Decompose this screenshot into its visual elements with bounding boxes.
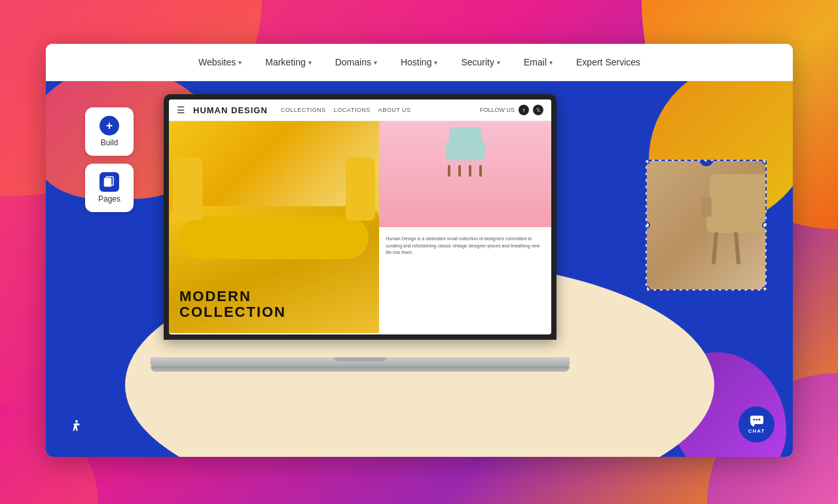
mini-description-text: Human Design is a dedicated small collec…	[386, 236, 539, 255]
mini-site-navbar: ☰ HUMAN DESIGN COLLECTIONS LOCATIONS ABO…	[169, 99, 551, 121]
mini-nav-locations: LOCATIONS	[334, 107, 371, 113]
hamburger-icon: ☰	[177, 105, 185, 115]
pages-icon	[100, 172, 119, 192]
mini-nav-collections: COLLECTIONS	[281, 107, 326, 113]
accessibility-button[interactable]	[64, 414, 89, 439]
chair-leg-1	[448, 165, 450, 177]
chair-leg-4	[479, 165, 482, 177]
build-label: Build	[101, 138, 118, 147]
mini-hero-right: Human Design is a dedicated small collec…	[379, 121, 551, 333]
laptop-screen-inner: ☰ HUMAN DESIGN COLLECTIONS LOCATIONS ABO…	[169, 99, 551, 334]
twitter-icon: 𝕏	[533, 105, 543, 115]
facebook-icon: f	[519, 105, 529, 115]
hero-text-overlay: MODERN COLLECTION	[179, 289, 286, 320]
hero-title-line2: COLLECTION	[179, 304, 286, 320]
laptop-hinge	[151, 367, 570, 372]
nav-item-expert-services[interactable]: Expert Services	[564, 44, 652, 81]
mini-hero: MODERN COLLECTION	[169, 121, 551, 333]
floating-chair-image	[647, 161, 765, 289]
drag-handle-midright[interactable]	[762, 222, 767, 228]
navbar: Websites ▾ Marketing ▾ Domains ▾ Hosting…	[46, 44, 793, 81]
mini-brand: HUMAN DESIGN	[193, 105, 268, 115]
chair-seat	[446, 141, 485, 160]
nav-item-domains[interactable]: Domains ▾	[323, 44, 389, 81]
svg-point-4	[753, 419, 755, 421]
floating-chair-widget[interactable]: +	[646, 160, 767, 291]
drag-handle-bottomright[interactable]	[762, 286, 767, 291]
fchair-legs	[713, 232, 739, 264]
mini-description: Human Design is a dedicated small collec…	[379, 227, 551, 333]
follow-label: FOLLOW US	[480, 107, 515, 113]
drag-handle-topright[interactable]	[762, 160, 767, 164]
svg-point-5	[756, 419, 757, 421]
chair-leg-2	[458, 165, 461, 177]
chat-button[interactable]: CHAT	[738, 406, 774, 442]
accessibility-icon	[69, 419, 84, 433]
hero-title-line1: MODERN	[179, 289, 286, 304]
nav-item-websites[interactable]: Websites ▾	[187, 44, 253, 81]
chair-top-image	[443, 128, 488, 167]
nav-label-email: Email	[524, 57, 547, 67]
fchair-seat	[706, 200, 766, 233]
chevron-down-icon: ▾	[374, 59, 377, 66]
chair-legs	[448, 165, 482, 177]
chevron-down-icon: ▾	[238, 59, 242, 66]
nav-label-hosting: Hosting	[401, 57, 431, 67]
chevron-down-icon: ▾	[549, 59, 553, 66]
laptop-screen: ☰ HUMAN DESIGN COLLECTIONS LOCATIONS ABO…	[164, 94, 556, 340]
svg-point-2	[75, 420, 78, 423]
mini-follow: FOLLOW US f 𝕏	[480, 105, 543, 115]
nav-item-marketing[interactable]: Marketing ▾	[253, 44, 323, 81]
chevron-down-icon: ▾	[434, 59, 437, 66]
fchair-leg-1	[711, 232, 718, 264]
nav-label-websites: Websites	[198, 57, 236, 67]
laptop-mockup: ☰ HUMAN DESIGN COLLECTIONS LOCATIONS ABO…	[151, 94, 570, 376]
chevron-down-icon: ▾	[497, 59, 500, 66]
pages-button[interactable]: Pages	[85, 164, 134, 212]
mini-nav-links: COLLECTIONS LOCATIONS ABOUT US	[281, 107, 411, 113]
nav-item-email[interactable]: Email ▾	[512, 44, 564, 81]
pages-label: Pages	[98, 194, 120, 204]
drag-handle-bottomleft[interactable]	[646, 286, 650, 291]
laptop-base	[151, 357, 570, 376]
chevron-down-icon: ▾	[308, 59, 312, 66]
chat-icon	[750, 415, 764, 427]
mini-nav-about: ABOUT US	[378, 107, 411, 113]
svg-point-6	[758, 419, 760, 421]
chair-pink-image	[379, 121, 551, 227]
laptop-notch	[334, 357, 386, 361]
nav-label-marketing: Marketing	[265, 57, 305, 67]
mini-hero-left: MODERN COLLECTION	[169, 121, 379, 333]
chair-leg-3	[469, 165, 471, 177]
nav-label-expert-services: Expert Services	[576, 57, 640, 67]
fchair-arm-right	[702, 197, 712, 217]
sidebar-buttons: + Build Pages	[85, 107, 134, 212]
chat-label: CHAT	[748, 428, 765, 434]
hero-area: + Build Pages ☰ HU	[46, 81, 793, 457]
nav-item-hosting[interactable]: Hosting ▾	[389, 44, 449, 81]
build-button[interactable]: + Build	[85, 107, 134, 156]
nav-label-security: Security	[461, 57, 494, 67]
nav-label-domains: Domains	[335, 57, 371, 67]
main-card: Websites ▾ Marketing ▾ Domains ▾ Hosting…	[46, 44, 793, 457]
plus-icon: +	[100, 116, 119, 135]
nav-item-security[interactable]: Security ▾	[449, 44, 512, 81]
